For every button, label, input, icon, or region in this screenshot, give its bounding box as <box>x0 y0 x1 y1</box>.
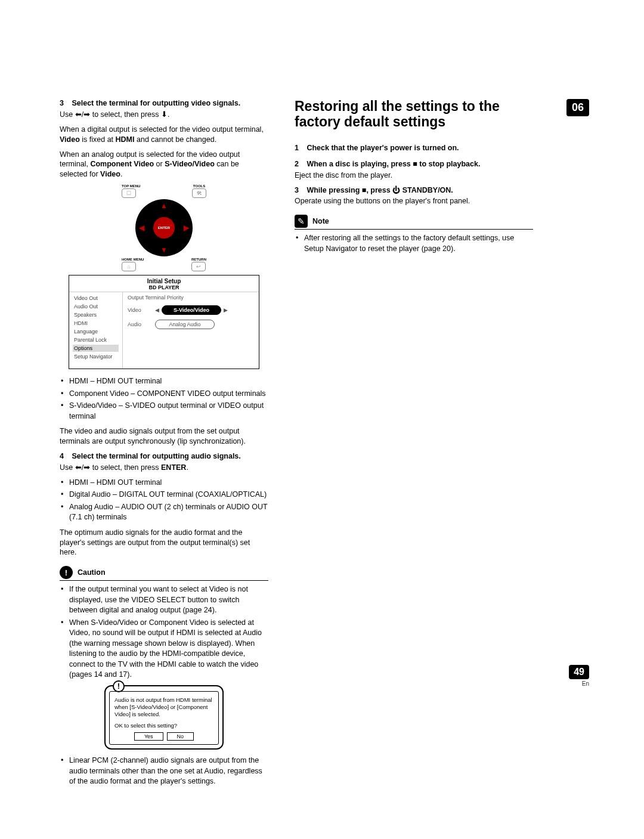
osd-subtitle: BD PLAYER <box>69 284 259 290</box>
page-lang: En <box>569 680 589 687</box>
text-bold: ENTER <box>161 463 186 472</box>
pcm-list: Linear PCM (2-channel) audio signals are… <box>60 756 268 787</box>
text: terminals or <box>184 503 227 511</box>
text: If the output terminal you want to selec… <box>69 585 209 593</box>
text: . <box>168 110 169 119</box>
text: terminal ( <box>165 490 198 499</box>
text: is fixed at <box>80 135 116 144</box>
top-menu-label: TOP MENU <box>122 184 140 188</box>
remote-body: TOP MENU ☐ TOOLS 🛠 ▲ ▼ ◀ ▶ ENTER <box>119 184 209 271</box>
step-4-heading: 4 Select the terminal for outputting aud… <box>60 451 268 462</box>
text: – <box>113 503 121 511</box>
osd-audio-row: Audio Analog Audio <box>128 320 254 329</box>
caution-list: If the output terminal you want to selec… <box>60 584 268 680</box>
text: . <box>120 170 122 178</box>
warning-buttons: Yes No <box>114 732 213 741</box>
text-bold: Video <box>60 135 80 144</box>
right-arrow-icon: ➡ <box>83 110 90 119</box>
step-3-instruction: Use ⬅/➡ to select, then press ⬇. <box>60 110 268 120</box>
warning-text: Audio is not output from HDMI terminal w… <box>114 696 213 718</box>
warning-outer-frame: ! Audio is not output from HDMI terminal… <box>104 685 224 750</box>
text: When a disc is playing, press <box>306 160 413 168</box>
text: (the warning message shown below is disp… <box>69 639 258 679</box>
right-step-1-title: Check that the player's power is turned … <box>306 144 459 152</box>
text: – <box>88 377 97 385</box>
right-column: Restoring all the settings to the factor… <box>295 98 533 792</box>
text-bold: S-Video/Video <box>91 618 138 627</box>
return-label: RETURN <box>191 258 206 261</box>
osd-item-language: Language <box>73 328 119 335</box>
right-step-1-number: 1 <box>295 144 299 152</box>
text: terminals <box>94 513 126 521</box>
nav-left-icon: ◀ <box>139 224 144 232</box>
wrench-icon: 🛠 <box>197 190 202 196</box>
osd-video-label: Video <box>128 307 149 313</box>
list-item: When S-Video/Video or Component Video is… <box>69 618 268 680</box>
osd-item-hdmi: HDMI <box>73 320 119 327</box>
list-item: Component Video – COMPONENT VIDEO output… <box>69 389 268 400</box>
para-sync: The video and audio signals output from … <box>60 426 268 447</box>
osd-right-title: Output Terminal Priority <box>128 295 254 301</box>
page-number-box: 49 En <box>569 665 589 687</box>
step-3-heading: 3 Select the terminal for outputting vid… <box>60 98 268 109</box>
warning-dialog-graphic: ! Audio is not output from HDMI terminal… <box>60 685 268 750</box>
nav-down-icon: ▼ <box>160 246 168 254</box>
text: and cannot be changed. <box>135 135 217 144</box>
caution-label: Caution <box>78 568 106 577</box>
section-heading: Restoring all the settings to the factor… <box>295 98 533 130</box>
text: is selected at <box>209 618 254 627</box>
right-step-1: 1 Check that the player's power is turne… <box>295 143 533 153</box>
text: output terminal or <box>156 401 218 410</box>
text: , press <box>366 186 392 194</box>
top-menu-group: TOP MENU ☐ <box>122 184 140 198</box>
text: terminal <box>133 377 162 385</box>
para-digital-output: When a digital output is selected for th… <box>60 125 268 145</box>
text-bold: VIDEO SELECT <box>131 596 185 604</box>
osd-item-parental-lock: Parental Lock <box>73 336 119 343</box>
note-list: After restoring all the settings to the … <box>295 233 533 254</box>
text: – <box>88 478 97 487</box>
osd-body: Video Out Audio Out Speakers HDMI Langua… <box>69 292 259 369</box>
home-menu-label: HOME MENU <box>122 258 144 261</box>
text: , no sound will be output if <box>88 629 177 637</box>
nav-ring: ▲ ▼ ◀ ▶ ENTER <box>135 199 193 256</box>
right-step-3-body: Operate using the buttons on the player'… <box>295 196 533 206</box>
text-bold: VIDEO <box>218 401 241 410</box>
list-item: After restoring all the settings to the … <box>304 233 533 254</box>
list-item: Linear PCM (2-channel) audio signals are… <box>69 756 268 787</box>
text-bold: S-VIDEO <box>125 401 155 410</box>
return-icon: ↩ <box>196 264 201 270</box>
text-bold: Component Video <box>69 389 129 398</box>
text: to select, then press <box>92 463 161 472</box>
text: to stop playback. <box>417 160 481 168</box>
text-bold: HDMI <box>69 377 88 385</box>
text: – <box>111 490 119 499</box>
text: or <box>138 618 149 627</box>
osd-right-panel: Output Terminal Priority Video ◀ S-Video… <box>123 292 259 369</box>
note-header: ✎ Note <box>295 215 533 230</box>
osd-video-value: S-Video/Video <box>162 305 221 315</box>
nav-up-icon: ▲ <box>160 202 168 210</box>
text-bold: DIGITAL OUT <box>119 490 165 499</box>
return-button: ↩ <box>191 262 206 271</box>
text: While pressing <box>306 186 361 194</box>
text: to select, then press <box>92 110 161 119</box>
text-bold: Audio <box>205 767 224 775</box>
warning-exclamation-icon: ! <box>113 680 125 692</box>
return-group: RETURN ↩ <box>191 258 206 271</box>
page-content: 3 Select the terminal for outputting vid… <box>0 0 644 816</box>
right-arrow-icon: ➡ <box>83 463 90 472</box>
step-3-number: 3 <box>60 99 64 107</box>
text: When <box>69 618 91 627</box>
para-optimum: The optimum audio signals for the audio … <box>60 528 268 558</box>
list-item: HDMI – HDMI OUT terminal <box>69 478 268 488</box>
osd-header: Initial Setup BD PLAYER <box>69 275 259 292</box>
osd-item-setup-navigator: Setup Navigator <box>73 353 119 360</box>
step-4-number: 4 <box>60 452 64 460</box>
text-bold: HDMI <box>69 478 88 487</box>
text: terminal <box>133 478 162 487</box>
enter-button: ENTER <box>153 217 175 239</box>
right-step-3: 3 While pressing ■, press ⏻ STANDBY/ON. <box>295 185 533 196</box>
step-3-title: Select the terminal for outputting video… <box>72 99 240 107</box>
right-step-2-number: 2 <box>295 160 299 168</box>
